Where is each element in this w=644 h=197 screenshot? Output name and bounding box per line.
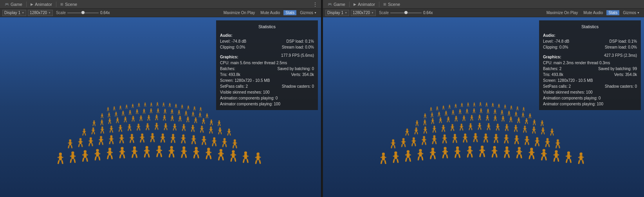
left-gizmos-arrow: ▼ — [314, 11, 317, 14]
left-stats-title: Statistics — [220, 23, 314, 30]
right-audio-level: Level: -74.8 dB — [543, 38, 569, 44]
left-stats-btn[interactable]: Stats — [283, 10, 296, 15]
right-stats-overlay: Statistics Audio: Level: -74.8 dB DSP lo… — [539, 20, 641, 110]
left-setpass: SetPass calls: 2 — [220, 83, 248, 89]
right-audio-title: Audio: — [543, 33, 637, 38]
left-maximize-btn[interactable]: Maximize On Play — [222, 10, 257, 15]
left-cpu-row: CPU: main 5.6ms render thread 2.5ms — [220, 60, 314, 66]
left-verts: Verts: 354.0k — [291, 72, 314, 78]
right-screen-row: Screen: 1280x720 - 10.5 MB — [543, 78, 637, 83]
fig-row-back — [58, 102, 261, 164]
left-scale-label: Scale — [56, 11, 66, 15]
scene-icon-right: ⊞ — [383, 2, 386, 6]
left-resolution-label: 1280x720 — [30, 11, 47, 15]
left-tab-more[interactable]: ⋮ — [311, 1, 319, 7]
left-tab-animator-label: Animator — [35, 2, 52, 7]
left-resolution-dropdown[interactable]: 1280x720 ▼ — [28, 10, 53, 16]
right-display-label: Display 1 — [327, 11, 343, 15]
right-tris: Tris: 493.8k — [543, 72, 563, 78]
right-batches: Batches: 2 — [543, 66, 561, 72]
right-gizmos-btn[interactable]: Gizmos ▼ — [621, 10, 642, 15]
right-audio-clipping: Clipping: 0.0% — [543, 44, 568, 50]
game-icon-right: 🎮 — [328, 2, 332, 6]
left-audio-clipping-row: Clipping: 0.0% Stream load: 0.0% — [220, 44, 314, 50]
left-batches: Batches: Batches: 101 — [220, 66, 235, 72]
left-toolbar: Display 1 ▼ 1280x720 ▼ Scale 0.64x Maxim… — [0, 9, 321, 17]
animator-icon-left: ▶ — [31, 2, 33, 6]
right-display-arrow: ▼ — [345, 11, 347, 14]
left-gizmos-label: Gizmos — [300, 11, 313, 15]
left-tab-game-label: Game — [11, 2, 22, 7]
left-scale-slider[interactable] — [67, 13, 99, 13]
right-tab-game[interactable]: 🎮 Game — [325, 0, 348, 8]
left-batches-row: Batches: Batches: 101 Saved by batching:… — [220, 66, 314, 72]
left-shadow: Shadow casters: 0 — [282, 83, 314, 89]
left-tab-game[interactable]: 🎮 Game — [2, 0, 25, 8]
right-visible: Visible skinned meshes: 100 — [543, 90, 593, 94]
right-animator-row: Animator components playing: 100 — [543, 101, 637, 107]
right-tab-game-label: Game — [334, 2, 345, 7]
right-graphics-title: Graphics: — [543, 54, 561, 60]
right-mute-btn[interactable]: Mute Audio — [581, 10, 605, 15]
right-graphics-header-row: Graphics: 427.3 FPS (2.3ms) — [543, 52, 637, 60]
right-audio-level-row: Level: -74.8 dB DSP load: 0.1% — [543, 38, 637, 44]
left-anim-row: Animation components playing: 0 — [220, 95, 314, 101]
tab-sep-2 — [56, 2, 56, 7]
right-tab-sep-2 — [379, 2, 379, 7]
right-setpass-row: SetPass calls: 2 Shadow casters: 0 — [543, 83, 637, 89]
right-verts: Verts: 354.0k — [614, 72, 637, 78]
left-panel: 🎮 Game ▶ Animator ⊞ Scene ⋮ Display 1 ▼ … — [0, 0, 321, 197]
left-screen-row: Screen: 1280x720 - 10.5 MB — [220, 78, 314, 83]
left-gizmos-btn[interactable]: Gizmos ▼ — [298, 10, 319, 15]
left-tab-animator[interactable]: ▶ Animator — [27, 0, 55, 8]
right-fig-group — [381, 102, 584, 164]
left-scale-value: 0.64x — [100, 11, 110, 15]
left-visible: Visible skinned meshes: 100 — [220, 90, 270, 94]
right-display-dropdown[interactable]: Display 1 ▼ — [325, 10, 349, 16]
left-saved-batching: Saved by batching: 0 — [278, 66, 314, 72]
right-tab-animator-label: Animator — [358, 2, 375, 7]
right-tab-scene[interactable]: ⊞ Scene — [380, 0, 403, 8]
right-stats-title: Statistics — [543, 23, 637, 30]
right-anim-row: Animation components playing: 0 — [543, 95, 637, 101]
left-setpass-row: SetPass calls: 2 Shadow casters: 0 — [220, 83, 314, 89]
right-tris-row: Tris: 493.8k Verts: 354.0k — [543, 72, 637, 78]
right-scale-slider[interactable] — [390, 13, 422, 13]
right-audio-stream: Stream load: 0.0% — [605, 44, 637, 50]
right-stats-btn[interactable]: Stats — [606, 10, 619, 15]
left-audio-stream: Stream load: 0.0% — [282, 44, 314, 50]
left-mute-btn[interactable]: Mute Audio — [258, 10, 282, 15]
left-audio-level-row: Level: -74.8 dB DSP load: 0.1% — [220, 38, 314, 44]
left-fps: 177.9 FPS (5.6ms) — [281, 52, 314, 60]
right-resolution-arrow: ▼ — [371, 11, 374, 14]
animator-icon-right: ▶ — [354, 2, 356, 6]
right-setpass: SetPass calls: 2 — [543, 83, 571, 89]
tab-sep-1 — [26, 2, 27, 7]
right-screen: Screen: 1280x720 - 10.5 MB — [543, 78, 593, 83]
right-visible-row: Visible skinned meshes: 100 — [543, 89, 637, 95]
left-resolution-arrow: ▼ — [48, 11, 51, 14]
right-audio-clipping-row: Clipping: 0.0% Stream load: 0.0% — [543, 44, 637, 50]
left-tab-scene[interactable]: ⊞ Scene — [57, 0, 80, 8]
right-tab-animator[interactable]: ▶ Animator — [350, 0, 378, 8]
left-audio-clipping: Clipping: 0.0% — [220, 44, 245, 50]
game-icon-left: 🎮 — [5, 2, 9, 6]
right-fps: 427.3 FPS (2.3ms) — [604, 52, 637, 60]
left-tab-bar: 🎮 Game ▶ Animator ⊞ Scene ⋮ — [0, 0, 321, 9]
left-audio-level: Level: -74.8 dB — [220, 38, 246, 44]
left-display-arrow: ▼ — [22, 11, 24, 14]
right-saved-batching: Saved by batching: 99 — [598, 66, 637, 72]
left-audio-title: Audio: — [220, 33, 314, 38]
right-gizmos-label: Gizmos — [623, 11, 636, 15]
left-animator-row: Animator components playing: 100 — [220, 101, 314, 107]
right-tab-sep-1 — [349, 2, 350, 7]
right-viewport: Statistics Audio: Level: -74.8 dB DSP lo… — [323, 17, 644, 197]
left-animator: Animator components playing: 100 — [220, 102, 280, 106]
left-screen: Screen: 1280x720 - 10.5 MB — [220, 78, 270, 83]
right-batches-row: Batches: 2 Saved by batching: 99 — [543, 66, 637, 72]
left-display-dropdown[interactable]: Display 1 ▼ — [2, 10, 26, 16]
right-maximize-btn[interactable]: Maximize On Play — [545, 10, 580, 15]
right-resolution-dropdown[interactable]: 1280x720 ▼ — [351, 10, 376, 16]
right-animator: Animator components playing: 100 — [543, 102, 603, 106]
left-tris-row: Tris: 493.8k Verts: 354.0k — [220, 72, 314, 78]
